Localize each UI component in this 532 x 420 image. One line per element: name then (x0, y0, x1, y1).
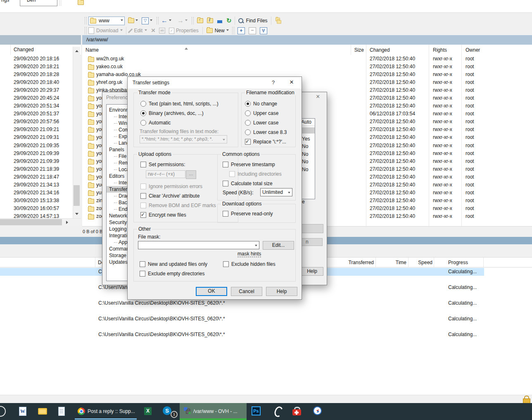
address-combobox[interactable]: www (88, 17, 125, 25)
speed-combobox[interactable]: Unlimited (260, 188, 292, 196)
local-column-header[interactable]: Changed (0, 45, 81, 55)
radio-icon[interactable] (245, 110, 251, 116)
checkbox-option[interactable]: Remove BOM and EOF marks (140, 200, 216, 210)
refresh-icon[interactable]: ↻ (226, 18, 232, 24)
cutoff-input[interactable]: Ben (20, 0, 57, 6)
chevron-down-icon[interactable] (185, 19, 188, 22)
winscp-task-button[interactable]: /var/www - OVH - ... (180, 403, 247, 420)
filter-list-icon[interactable]: ∀ (260, 27, 267, 34)
radio-option[interactable]: Lower case (245, 118, 287, 127)
checkbox-option[interactable]: Encrypt new files (140, 210, 216, 220)
exclude-empty-checkbox[interactable]: Exclude empty directories (140, 269, 204, 278)
radio-icon[interactable] (140, 120, 146, 126)
file-mask-combobox[interactable] (138, 241, 259, 249)
chevron-down-icon[interactable] (135, 19, 138, 22)
edit-button[interactable]: Edit (134, 28, 142, 33)
checkbox-icon[interactable] (140, 203, 146, 208)
local-file-row[interactable]: 29/09/2020 20:18:28 (0, 71, 73, 79)
remote-file-row[interactable]: ww2h.org.uk 27/02/2018 12:50:40 rwxr-xr-… (82, 55, 532, 63)
local-changed-header[interactable]: Changed (14, 47, 34, 52)
rename-icon[interactable]: ab (159, 28, 165, 33)
checkbox-option[interactable]: Ignore permission errors (140, 181, 216, 191)
chevron-down-icon[interactable] (145, 29, 147, 32)
find-files-icon[interactable] (238, 18, 244, 24)
column-separator[interactable] (351, 45, 351, 55)
column-separator[interactable] (461, 45, 462, 55)
queue-transferred-header[interactable]: Transferred (343, 260, 374, 265)
radio-icon[interactable] (245, 129, 251, 135)
find-files-label[interactable]: Find Files (246, 18, 268, 24)
checkbox-icon[interactable] (223, 181, 228, 186)
chevron-down-icon[interactable] (120, 29, 123, 32)
radio-option[interactable]: Upper case (245, 108, 287, 118)
close-icon[interactable]: × (290, 78, 294, 86)
excel-icon[interactable]: X (144, 407, 152, 415)
column-separator[interactable] (434, 258, 434, 267)
scroll-up-icon[interactable] (75, 48, 78, 52)
local-hscrollbar[interactable] (0, 218, 81, 226)
skype-icon[interactable]: S (163, 406, 171, 415)
radio-icon[interactable] (140, 101, 146, 107)
download-button[interactable]: Download (96, 28, 118, 33)
delete-icon[interactable]: × (151, 28, 155, 33)
parent-directory-icon[interactable]: ↑ (197, 18, 203, 23)
column-separator[interactable] (483, 258, 484, 267)
checkbox-icon[interactable] (140, 212, 146, 218)
new-updated-checkbox[interactable]: New and updated files only (140, 259, 207, 269)
radio-option[interactable]: Text (plain text, html, scripts, ...) (140, 99, 218, 108)
folder-icon[interactable] (78, 0, 84, 5)
checkbox-option[interactable]: Set permissions: (140, 160, 216, 169)
home-icon[interactable] (217, 18, 223, 24)
local-file-row[interactable]: 29/09/2020 21:18:39 (0, 165, 73, 173)
checkbox-option[interactable]: Including directories (229, 169, 282, 179)
changed-header[interactable]: Changed (370, 47, 390, 53)
local-file-row[interactable]: 29/09/2020 21:34:13 (0, 181, 73, 189)
checkbox-icon[interactable] (140, 261, 145, 267)
column-separator[interactable] (408, 258, 408, 267)
queue-time-header[interactable]: Time (387, 260, 406, 265)
mask-edit-button[interactable]: Edit... (263, 241, 294, 250)
chrome-task-button[interactable]: Post a reply :: Supp... (74, 403, 137, 420)
help-button[interactable]: Help (266, 287, 297, 296)
queue-row[interactable]: C:\Users\Vanilla Circus\Desktop\BK\OVH-S… (0, 299, 484, 307)
checkbox-icon[interactable] (223, 261, 229, 267)
checkbox-icon[interactable] (229, 171, 235, 177)
remove-column-icon[interactable]: − (249, 27, 256, 34)
photoshop-icon[interactable]: Ps (252, 406, 261, 415)
checkbox-icon[interactable] (245, 139, 251, 145)
chevron-down-icon[interactable] (169, 19, 171, 22)
remote-path-bar[interactable]: /var/www/ (82, 35, 532, 45)
checkbox-icon[interactable] (140, 193, 146, 199)
rights-header[interactable]: Rights (433, 47, 447, 53)
preserve-readonly-checkbox[interactable]: Preserve read-only (223, 209, 273, 218)
compass-icon[interactable] (313, 406, 322, 415)
ok-button[interactable]: OK (196, 287, 227, 296)
local-file-row[interactable]: 30/09/2020 15:13:38 (0, 197, 73, 205)
filter-icon[interactable]: ▽ (142, 17, 149, 24)
chevron-down-icon[interactable] (288, 192, 290, 195)
preferences-help-button[interactable]: Help (301, 267, 323, 276)
local-file-row[interactable]: 29/09/2020 14:57:13 (0, 212, 73, 218)
checkbox-option[interactable]: Preserve timestamp (223, 160, 282, 169)
checkbox-icon[interactable] (223, 162, 228, 167)
search-icon[interactable] (0, 406, 6, 417)
column-separator[interactable] (366, 45, 366, 55)
radio-option[interactable]: Binary (archives, doc, ...) (140, 108, 218, 118)
column-separator[interactable] (375, 258, 376, 267)
chevron-down-icon[interactable] (255, 245, 257, 248)
open-directory-icon[interactable] (128, 18, 134, 23)
help-icon[interactable]: ? (272, 79, 275, 86)
chevron-down-icon[interactable] (226, 29, 229, 32)
checkbox-icon[interactable] (223, 211, 228, 217)
remote-column-header[interactable]: Name Size Changed Rights Owner (82, 45, 532, 55)
scroll-down-icon[interactable] (75, 213, 78, 217)
column-separator[interactable] (429, 45, 429, 55)
notepad-icon[interactable] (58, 407, 65, 416)
back-icon[interactable]: ← (161, 18, 168, 24)
file-explorer-icon[interactable] (38, 408, 47, 415)
queue-speed-header[interactable]: Speed (413, 260, 432, 265)
word-icon[interactable]: W (19, 407, 26, 416)
exclude-hidden-checkbox[interactable]: Exclude hidden files (223, 259, 276, 269)
local-file-row[interactable]: 29/09/2020 21:09:31 (0, 134, 73, 141)
scroll-right-icon[interactable] (66, 221, 70, 224)
